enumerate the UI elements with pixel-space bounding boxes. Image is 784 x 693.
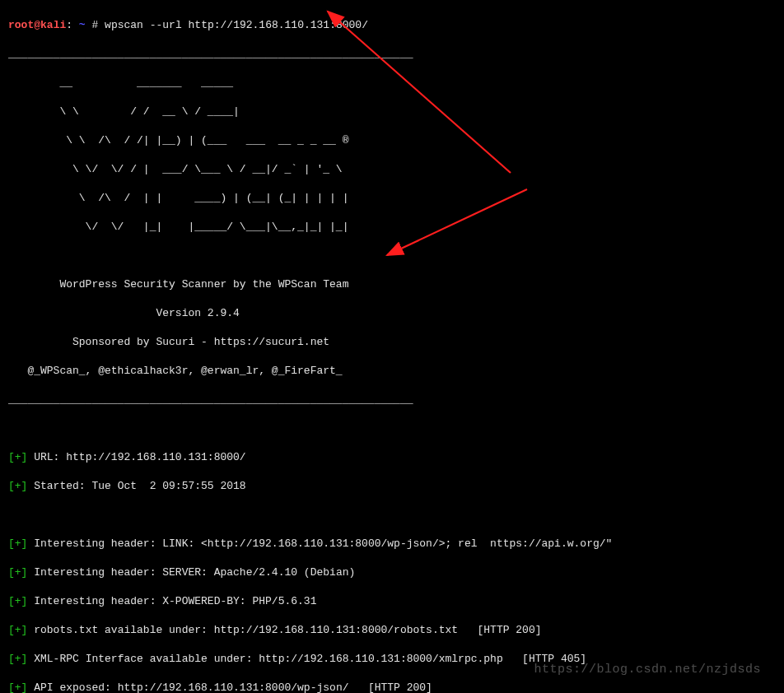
ascii-logo-3: \ \ /\ / /| |__) | (___ ___ __ _ _ __ ® (8, 133, 776, 148)
sig-plus: [+] (8, 451, 27, 463)
banner-line-2: Version 2.9.4 (8, 306, 776, 321)
scan-started: Started: Tue Oct 2 09:57:55 2018 (34, 480, 245, 492)
typed-command-text: wpscan --url http://192.168.110.131:8000… (105, 19, 368, 31)
spacer-3 (8, 508, 776, 522)
typed-command (98, 19, 105, 31)
ascii-logo-5: \ /\ / | | ____) | (__| (_| | | | | (8, 191, 776, 206)
spacer-1 (8, 249, 776, 263)
scan-url: URL: http://192.168.110.131:8000/ (34, 451, 245, 463)
ascii-logo-6: \/ \/ |_| |_____/ \___|\__,_|_| |_| (8, 220, 776, 235)
sig-plus: [+] (8, 681, 27, 693)
banner-rule-top: ________________________________________… (8, 47, 776, 62)
hdr-link: Interesting header: LINK: <http://192.16… (34, 537, 612, 550)
hdr-server: Interesting header: SERVER: Apache/2.4.1… (34, 566, 355, 579)
sig-plus: [+] (8, 537, 27, 550)
hdr-xpb: Interesting header: X-POWERED-BY: PHP/5.… (34, 595, 316, 607)
sig-plus: [+] (8, 566, 27, 579)
ascii-logo-1: __ _______ _____ (8, 76, 776, 91)
robots-line: robots.txt available under: http://192.1… (34, 624, 541, 636)
sig-plus: [+] (8, 653, 27, 665)
api-line: API exposed: http://192.168.110.131:8000… (34, 681, 432, 693)
banner-rule-bottom: ________________________________________… (8, 393, 776, 407)
prompt-user: root (8, 19, 34, 31)
watermark-text: https://blog.csdn.net/nzjdsds (534, 662, 761, 678)
sig-plus: [+] (8, 480, 27, 492)
banner-line-1: WordPress Security Scanner by the WPScan… (8, 277, 776, 292)
banner-line-3: Sponsored by Sucuri - https://sucuri.net (8, 335, 776, 350)
prompt-at: @ (34, 19, 40, 31)
sig-plus: [+] (8, 624, 27, 636)
ascii-logo-4: \ \/ \/ / | ___/ \___ \ / __|/ _` | '_ \ (8, 162, 776, 177)
prompt-cwd: ~ (72, 19, 86, 31)
command-prompt-line[interactable]: root@kali: ~ # wpscan --url http://192.1… (8, 18, 776, 33)
sig-plus: [+] (8, 595, 27, 607)
prompt-host: kali (40, 19, 66, 31)
spacer-2 (8, 421, 776, 435)
ascii-logo-2: \ \ / / __ \ / ____| (8, 105, 776, 119)
banner-line-4: @_WPScan_, @ethicalhack3r, @erwan_lr, @_… (8, 364, 776, 379)
prompt-sep: : (66, 19, 72, 31)
xmlrpc-line: XML-RPC Interface available under: http:… (34, 653, 586, 665)
terminal-output[interactable]: root@kali: ~ # wpscan --url http://192.1… (0, 0, 784, 693)
